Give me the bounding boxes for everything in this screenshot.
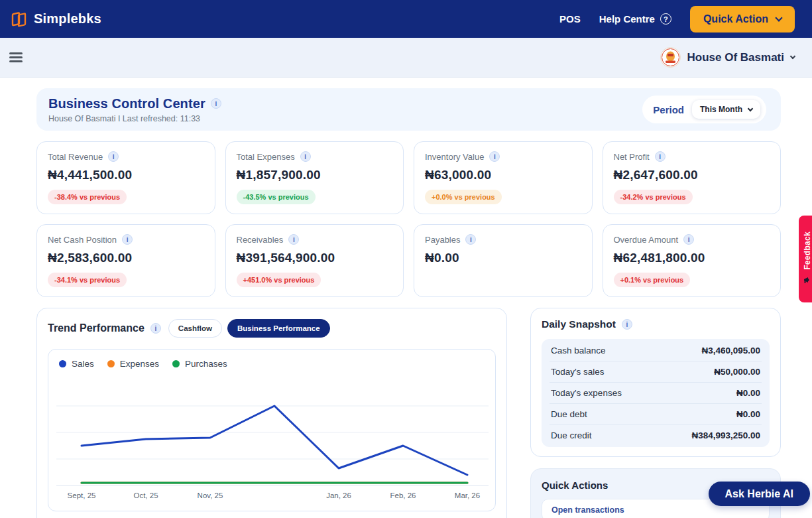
info-icon[interactable]: i [150,323,161,334]
period-select[interactable]: This Month [692,100,760,119]
kpi-label: Receivables [237,235,284,245]
kpi-card: Total Revenuei₦4,441,500.00-38.4% vs pre… [36,141,215,214]
info-icon[interactable]: i [300,151,311,162]
legend-dot [172,360,180,367]
legend-label: Purchases [185,359,227,369]
nav-link-label: POS [559,13,581,25]
kpi-grid: Total Revenuei₦4,441,500.00-38.4% vs pre… [36,141,781,297]
snapshot-label: Due debt [551,409,587,419]
trend-performance-card: Trend Performance i CashflowBusiness Per… [36,308,507,518]
x-axis-label: Feb, 26 [390,491,416,499]
trend-chart-panel: SalesExpensesPurchases Sept, 25Oct, 25No… [48,349,496,511]
info-icon[interactable]: i [655,151,666,162]
trend-chart-svg: Sept, 25Oct, 25Nov, 25Jan, 26Feb, 26Mar,… [48,373,496,503]
page-header-card: Business Control Center i House Of Basma… [36,88,781,131]
x-axis-label: Oct, 25 [133,491,158,499]
kpi-value: ₦62,481,800.00 [614,251,770,265]
legend-item-expenses[interactable]: Expenses [107,359,159,369]
info-icon[interactable]: i [211,98,221,109]
legend-label: Expenses [120,359,159,369]
kpi-change-badge: +0.1% vs previous [614,273,691,287]
kpi-card: Payablesi₦0.00 [414,224,593,297]
ask-herbie-ai-button[interactable]: Ask Herbie AI [709,482,810,506]
quick-action-label: Quick Action [703,13,768,25]
info-icon[interactable]: i [465,234,476,245]
trend-title: Trend Performance [48,322,145,334]
kpi-value: ₦2,647,600.00 [614,168,770,182]
chevron-down-icon [748,105,753,111]
kpi-value: ₦4,441,500.00 [48,168,204,182]
kpi-change-badge: -43.5% vs previous [237,190,316,204]
snapshot-value: ₦0.00 [736,409,760,419]
question-circle-icon[interactable]: ? [660,13,671,25]
period-value: This Month [700,105,742,114]
info-icon[interactable]: i [683,234,694,245]
nav-link-label: Help Centre [599,13,655,25]
kpi-card: Total Expensesi₦1,857,900.00-43.5% vs pr… [225,141,404,214]
chevron-down-icon [775,14,782,21]
x-axis-label: Jan, 26 [326,491,351,499]
info-icon[interactable]: i [122,234,133,245]
legend-label: Sales [72,359,94,369]
daily-snapshot-title: Daily Snapshot [542,318,616,330]
kpi-label-row: Total Revenuei [48,151,204,162]
info-icon[interactable]: i [489,151,500,162]
kpi-value: ₦2,583,600.00 [48,251,204,265]
kpi-card: Net Profiti₦2,647,600.00-34.2% vs previo… [603,141,782,214]
period-label: Period [653,104,684,115]
snapshot-label: Today's expenses [551,388,622,398]
kpi-card: Net Cash Positioni₦2,583,600.00-34.1% vs… [36,224,215,297]
feedback-label: Feedback [803,231,812,270]
feedback-tab[interactable]: Feedback [799,216,812,302]
kpi-card: Receivablesi₦391,564,900.00+451.0% vs pr… [225,224,404,297]
tab-cashflow[interactable]: Cashflow [168,319,222,338]
brand[interactable]: Simplebks [11,8,101,31]
kpi-card: Inventory Valuei₦63,000.00+0.0% vs previ… [414,141,593,214]
snapshot-label: Today's sales [551,367,605,377]
snapshot-value: ₦384,993,250.00 [691,430,760,440]
kpi-label-row: Net Profiti [614,151,770,162]
snapshot-row: Cash balance₦3,460,095.00 [550,340,762,361]
daily-snapshot-table: Cash balance₦3,460,095.00Today's sales₦5… [542,339,770,447]
info-icon[interactable]: i [288,234,299,245]
kpi-label-row: Inventory Valuei [425,151,581,162]
kpi-label-row: Net Cash Positioni [48,234,204,245]
x-axis-label: Nov, 25 [198,491,223,499]
kpi-change-badge: -34.1% vs previous [48,273,127,287]
info-icon[interactable]: i [108,151,119,162]
legend-item-purchases[interactable]: Purchases [172,359,227,369]
business-switcher[interactable]: House Of Basmati [660,47,795,68]
x-axis-label: Mar, 26 [455,491,480,499]
info-icon[interactable]: i [622,319,632,330]
megaphone-icon [803,275,811,287]
simplebks-logo-icon [11,8,28,31]
nav-link-help-centre[interactable]: Help Centre? [599,13,671,25]
legend-item-sales[interactable]: Sales [59,359,94,369]
tab-business-performance[interactable]: Business Performance [227,319,330,338]
snapshot-value: ₦0.00 [736,388,760,398]
kpi-label: Total Revenue [48,152,103,162]
kpi-value: ₦63,000.00 [425,168,581,182]
kpi-value: ₦0.00 [425,251,581,265]
quick-action-button[interactable]: Quick Action [690,6,795,32]
nav-link-pos[interactable]: POS [559,13,581,25]
snapshot-row: Today's sales₦50,000.00 [550,361,762,383]
kpi-label-row: Total Expensesi [237,151,393,162]
kpi-label-row: Payablesi [425,234,581,245]
kpi-label: Overdue Amount [614,235,679,245]
x-axis-label: Sept, 25 [68,491,96,499]
kpi-label-row: Overdue Amounti [614,234,770,245]
line-sales [82,406,467,475]
kpi-label: Inventory Value [425,152,484,162]
brand-name: Simplebks [34,11,101,27]
period-control: Period This Month [642,96,766,123]
daily-snapshot-card: Daily Snapshot i Cash balance₦3,460,095.… [530,308,781,457]
legend-dot [59,360,66,367]
kpi-change-badge: -34.2% vs previous [614,190,693,204]
business-name: House Of Basmati [687,51,784,64]
snapshot-value: ₦50,000.00 [714,367,760,377]
hamburger-menu-icon[interactable] [9,52,23,62]
main-content: Business Control Center i House Of Basma… [0,78,812,518]
kpi-change-badge: +451.0% vs previous [237,273,321,287]
snapshot-row: Due debt₦0.00 [550,404,762,425]
